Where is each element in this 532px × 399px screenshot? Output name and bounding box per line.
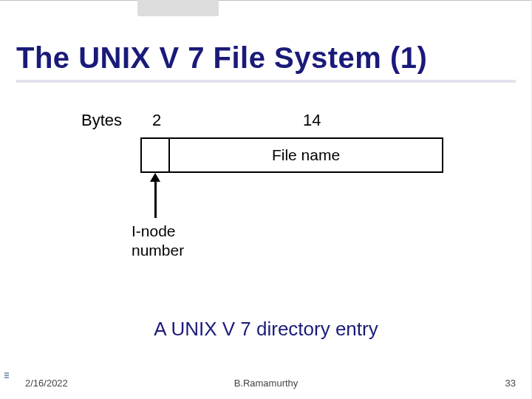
arrow-shaft: [154, 177, 157, 218]
inode-label-line2: number: [132, 242, 184, 259]
field-filename-box: File name: [170, 137, 443, 173]
header-tab-decoration: [137, 0, 219, 16]
slide: The UNIX V 7 File System (1) Bytes 2 14 …: [0, 0, 532, 399]
directory-entry-diagram: Bytes 2 14 File name I-node number: [66, 111, 451, 273]
column-width-filename: 14: [303, 111, 321, 130]
bytes-label: Bytes: [81, 111, 122, 130]
slide-title: The UNIX V 7 File System (1): [16, 41, 427, 75]
column-width-inode: 2: [152, 111, 161, 130]
inode-number-label: I-node number: [132, 222, 184, 261]
footer-page-number: 33: [505, 378, 516, 389]
title-underline: [16, 80, 516, 83]
footer-author: B.Ramamurthy: [0, 378, 532, 389]
inode-label-line1: I-node: [132, 222, 176, 239]
top-border: [0, 0, 532, 1]
field-inode-box: [140, 137, 170, 173]
slide-caption: A UNIX V 7 directory entry: [0, 318, 532, 341]
field-filename-label: File name: [272, 146, 340, 164]
